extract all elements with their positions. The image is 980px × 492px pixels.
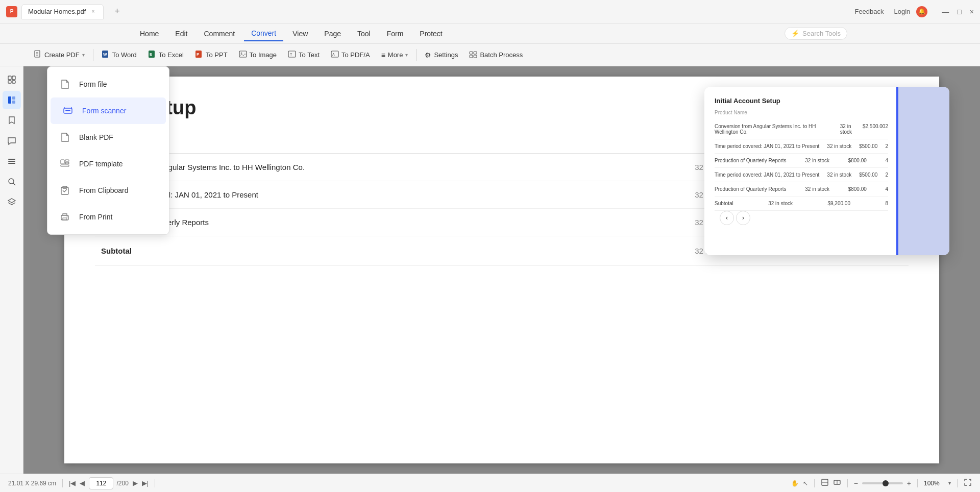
next-arrow[interactable]: › xyxy=(736,211,750,225)
zoom-slider[interactable] xyxy=(862,482,903,484)
batch-process-button[interactable]: Batch Process xyxy=(464,47,528,63)
svg-rect-18 xyxy=(470,55,473,58)
more-icon: ≡ xyxy=(381,51,385,59)
last-page-button[interactable]: ▶| xyxy=(142,479,149,487)
to-image-button[interactable]: To Image xyxy=(234,47,282,63)
zoom-dropdown-arrow[interactable]: ▾ xyxy=(948,480,951,486)
to-text-button[interactable]: T To Text xyxy=(283,47,325,63)
tab-filename: Modular Homes.pdf xyxy=(28,8,86,15)
menu-tool[interactable]: Tool xyxy=(350,27,378,41)
dropdown-form-scanner[interactable]: Form scanner xyxy=(51,97,166,124)
to-pdfa-button[interactable]: A To PDF/A xyxy=(326,47,375,63)
row2-name: Time period covered: JAN 01, 2021 to Pre… xyxy=(95,181,619,209)
settings-label: Settings xyxy=(434,51,458,59)
menu-comment[interactable]: Comment xyxy=(197,27,242,41)
dropdown-pdf-template[interactable]: PDF template xyxy=(47,151,169,177)
menu-edit[interactable]: Edit xyxy=(168,27,194,41)
sidebar-icon-grid[interactable] xyxy=(3,91,21,109)
svg-rect-23 xyxy=(12,81,15,83)
create-pdf-button[interactable]: Create PDF ▾ xyxy=(29,47,90,63)
notification-icon[interactable]: 🔔 xyxy=(916,6,927,17)
fullscreen-icon[interactable] xyxy=(964,478,972,488)
nav-arrows: ‹ › xyxy=(704,211,822,225)
prev-arrow[interactable]: ‹ xyxy=(720,211,734,225)
settings-icon: ⚙ xyxy=(425,51,431,59)
dropdown-from-clipboard[interactable]: From Clipboard xyxy=(47,177,169,204)
to-image-icon xyxy=(239,50,247,60)
blank-pdf-label: Blank PDF xyxy=(79,133,113,141)
menu-form[interactable]: Form xyxy=(380,27,411,41)
menu-view[interactable]: View xyxy=(285,27,315,41)
dropdown-from-print[interactable]: From Print xyxy=(47,204,169,230)
dropdown-blank-pdf[interactable]: Blank PDF xyxy=(47,124,169,151)
to-word-icon: W xyxy=(102,50,110,60)
batch-process-icon xyxy=(469,50,477,60)
dropdown-form-file[interactable]: Form file xyxy=(47,71,169,97)
svg-rect-38 xyxy=(65,160,69,161)
menu-home[interactable]: Home xyxy=(133,27,166,41)
more-button[interactable]: ≡ More ▾ xyxy=(376,48,413,62)
sidebar-icon-comment[interactable] xyxy=(3,132,21,150)
zoom-out-icon[interactable]: − xyxy=(854,479,858,487)
svg-rect-34 xyxy=(65,110,70,111)
svg-point-45 xyxy=(67,216,68,217)
to-ppt-button[interactable]: P To PPT xyxy=(190,47,233,63)
toolbar-separator xyxy=(93,49,93,61)
to-pdfa-icon: A xyxy=(331,50,339,60)
search-tools-input[interactable]: ⚡ Search Tools xyxy=(785,27,847,40)
svg-rect-37 xyxy=(61,160,64,164)
select-tool-icon[interactable]: ↖ xyxy=(803,480,808,487)
thumb-row-1: Conversion from Angular Systems Inc. to … xyxy=(715,119,888,139)
window-controls: — □ × xyxy=(942,8,974,15)
more-label: More xyxy=(388,51,403,59)
active-tab[interactable]: Modular Homes.pdf × xyxy=(21,4,104,19)
svg-text:T: T xyxy=(290,53,292,56)
page-dimensions: 21.01 X 29.69 cm xyxy=(8,480,56,487)
maximize-button[interactable]: □ xyxy=(957,8,961,15)
hand-tool-icon[interactable]: ✋ xyxy=(791,480,799,487)
titlebar: P Modular Homes.pdf × + Feedback Login 🔔… xyxy=(0,0,980,23)
menu-protect[interactable]: Protect xyxy=(412,27,449,41)
from-clipboard-label: From Clipboard xyxy=(79,186,128,194)
minimize-button[interactable]: — xyxy=(942,8,949,15)
content-area: ount Setup Stock Conversion from Angular… xyxy=(23,66,980,474)
svg-rect-21 xyxy=(12,76,15,80)
titlebar-right: Feedback Login 🔔 — □ × xyxy=(850,6,974,17)
create-pdf-label: Create PDF xyxy=(44,51,80,59)
feedback-button[interactable]: Feedback xyxy=(850,6,888,17)
page-number-input[interactable]: 112 xyxy=(89,477,113,489)
prev-page-button[interactable]: ◀ xyxy=(80,479,85,487)
thumb-row-6: Subtotal 32 in stock $9,200.00 8 xyxy=(715,196,888,211)
status-sep-5 xyxy=(917,479,918,487)
close-window-button[interactable]: × xyxy=(970,8,974,15)
login-button[interactable]: Login xyxy=(894,8,911,15)
svg-rect-27 xyxy=(8,159,15,160)
sidebar-icon-layers[interactable] xyxy=(3,152,21,170)
to-word-button[interactable]: W To Word xyxy=(96,47,142,63)
tab-close-button[interactable]: × xyxy=(89,8,97,16)
menu-convert[interactable]: Convert xyxy=(244,26,283,41)
svg-rect-40 xyxy=(61,165,69,166)
to-excel-icon: E xyxy=(148,50,156,60)
next-page-button[interactable]: ▶ xyxy=(133,479,138,487)
menu-page[interactable]: Page xyxy=(317,27,348,41)
sidebar-icon-bookmark[interactable] xyxy=(3,111,21,130)
svg-text:P: P xyxy=(197,52,200,57)
status-sep-1 xyxy=(62,479,63,487)
fit-page-icon[interactable] xyxy=(821,478,829,488)
statusbar: 21.01 X 29.69 cm |◀ ◀ 112 /200 ▶ ▶| ✋ ↖ … xyxy=(0,474,980,492)
row3-name: Production of Quarterly Reports xyxy=(95,209,619,236)
zoom-in-icon[interactable]: + xyxy=(907,479,911,487)
settings-button[interactable]: ⚙ Settings xyxy=(420,48,463,62)
from-print-label: From Print xyxy=(79,213,112,221)
create-pdf-dropdown: Form file Form scanner Blank PDF PDF tem… xyxy=(47,66,169,235)
to-excel-button[interactable]: E To Excel xyxy=(143,47,189,63)
add-tab-button[interactable]: + xyxy=(110,5,124,19)
menubar: Home Edit Comment Convert View Page Tool… xyxy=(0,23,980,44)
fit-width-icon[interactable] xyxy=(833,478,841,488)
sidebar-icon-search[interactable] xyxy=(3,173,21,191)
form-file-icon xyxy=(58,77,72,91)
first-page-button[interactable]: |◀ xyxy=(69,479,76,487)
sidebar-icon-pages[interactable] xyxy=(3,70,21,89)
sidebar-icon-stack[interactable] xyxy=(3,193,21,211)
